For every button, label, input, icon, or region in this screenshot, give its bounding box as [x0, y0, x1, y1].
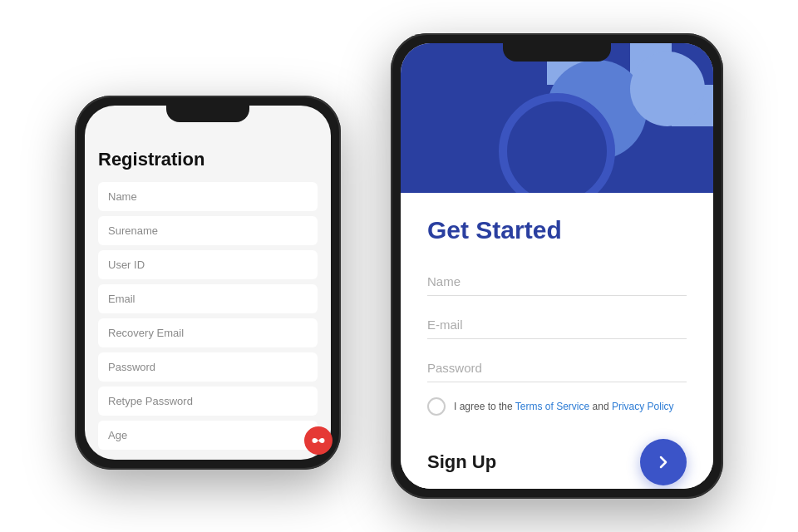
terms-middle: and — [589, 401, 612, 412]
retype-password-input[interactable] — [98, 387, 318, 416]
name-input[interactable] — [98, 182, 318, 211]
gs-email-input[interactable] — [427, 311, 687, 339]
phone-notch — [166, 106, 249, 122]
terms-text: I agree to the Terms of Service and Priv… — [454, 401, 674, 412]
terms-link1[interactable]: Terms of Service — [515, 401, 589, 412]
gs-name-input[interactable] — [427, 268, 687, 296]
recovery-email-input[interactable] — [98, 318, 318, 347]
age-input[interactable] — [98, 421, 318, 450]
signup-row: Sign Up — [427, 439, 687, 485]
gs-password-input[interactable] — [427, 354, 687, 382]
getstarted-title: Get Started — [427, 216, 687, 244]
signup-button[interactable] — [640, 439, 687, 485]
phone-notch-2 — [503, 43, 611, 62]
email-input[interactable] — [98, 284, 318, 313]
userid-input[interactable] — [98, 250, 318, 279]
terms-link2[interactable]: Privacy Policy — [612, 401, 674, 412]
terms-row: I agree to the Terms of Service and Priv… — [427, 397, 687, 416]
circle-decoration-2 — [630, 52, 705, 126]
phone-frame-getstarted: Get Started I agree to the Terms of Serv… — [391, 33, 723, 499]
surename-input[interactable] — [98, 216, 318, 245]
terms-checkbox[interactable] — [427, 397, 446, 416]
signup-label: Sign Up — [427, 451, 496, 473]
getstarted-body: Get Started I agree to the Terms of Serv… — [401, 193, 713, 489]
registration-screen: Registration — [85, 106, 331, 460]
arrow-right-icon — [653, 452, 673, 472]
getstarted-screen: Get Started I agree to the Terms of Serv… — [401, 43, 713, 489]
infinity-icon — [311, 433, 326, 448]
logo-badge — [304, 426, 332, 455]
password-input[interactable] — [98, 352, 318, 382]
terms-prefix: I agree to the — [454, 401, 515, 412]
registration-title: Registration — [98, 149, 318, 170]
phone-frame-registration: Registration — [75, 96, 341, 470]
getstarted-header — [401, 43, 713, 193]
